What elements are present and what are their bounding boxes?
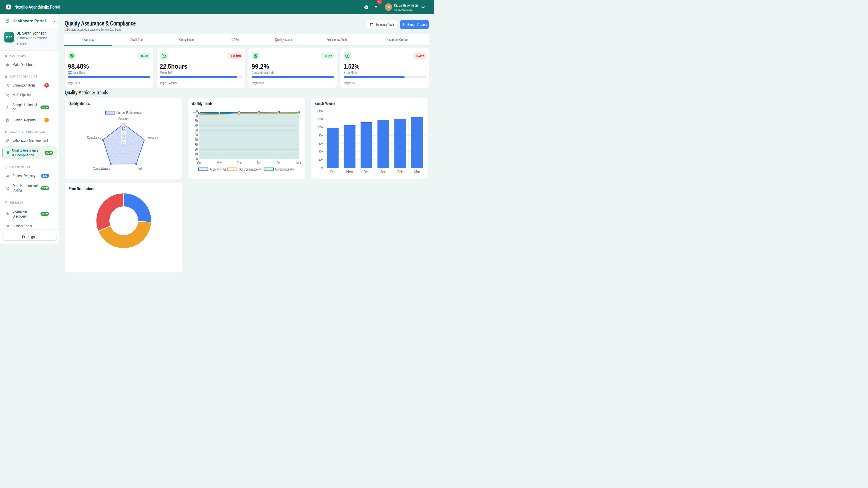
svg-text:Nov: Nov <box>217 161 222 165</box>
svg-text:Jan: Jan <box>380 169 386 174</box>
svg-text:Nov: Nov <box>346 169 353 174</box>
svg-text:Compliance: Compliance <box>87 135 101 140</box>
svg-text:Mar: Mar <box>296 161 301 165</box>
svg-text:Oct: Oct <box>197 161 202 165</box>
svg-text:60: 60 <box>195 128 198 132</box>
svg-text:80: 80 <box>122 126 125 130</box>
svg-text:1,000: 1,000 <box>316 126 322 129</box>
svg-text:400: 400 <box>318 150 322 153</box>
svg-text:40: 40 <box>195 138 198 142</box>
svg-text:1,400: 1,400 <box>316 109 322 113</box>
svg-text:800: 800 <box>318 133 322 137</box>
svg-text:100: 100 <box>193 109 197 113</box>
svg-text:10: 10 <box>195 152 198 156</box>
svg-text:Jan: Jan <box>257 161 261 165</box>
svg-text:60: 60 <box>122 131 125 135</box>
svg-text:Feb: Feb <box>276 161 281 165</box>
svg-text:Oct: Oct <box>330 169 336 174</box>
svg-text:Compliance (%): Compliance (%) <box>275 167 294 171</box>
svg-text:40: 40 <box>122 135 125 139</box>
svg-text:90: 90 <box>195 113 198 118</box>
svg-text:1,200: 1,200 <box>316 118 322 121</box>
svg-text:600: 600 <box>318 142 322 145</box>
svg-text:Accuracy: Accuracy <box>119 116 129 121</box>
svg-text:200: 200 <box>318 158 322 161</box>
svg-text:Feb: Feb <box>397 169 403 174</box>
svg-text:50: 50 <box>195 133 198 137</box>
svg-text:20: 20 <box>195 147 198 151</box>
svg-text:0: 0 <box>321 166 322 169</box>
svg-text:Precision: Precision <box>148 135 158 140</box>
svg-text:TAT: TAT <box>138 166 142 170</box>
svg-text:Mar: Mar <box>414 169 420 174</box>
svg-text:Completeness: Completeness <box>93 166 110 170</box>
svg-text:Dec: Dec <box>364 169 369 174</box>
svg-text:20: 20 <box>122 140 125 144</box>
svg-text:Current Performance: Current Performance <box>116 110 142 115</box>
svg-text:TAT Compliance (%): TAT Compliance (%) <box>239 167 262 171</box>
svg-text:30: 30 <box>195 142 198 147</box>
svg-text:70: 70 <box>195 123 198 127</box>
svg-text:Accuracy (%): Accuracy (%) <box>210 167 226 171</box>
svg-text:100: 100 <box>121 122 126 126</box>
svg-text:80: 80 <box>195 119 198 123</box>
svg-text:Dec: Dec <box>237 161 242 165</box>
